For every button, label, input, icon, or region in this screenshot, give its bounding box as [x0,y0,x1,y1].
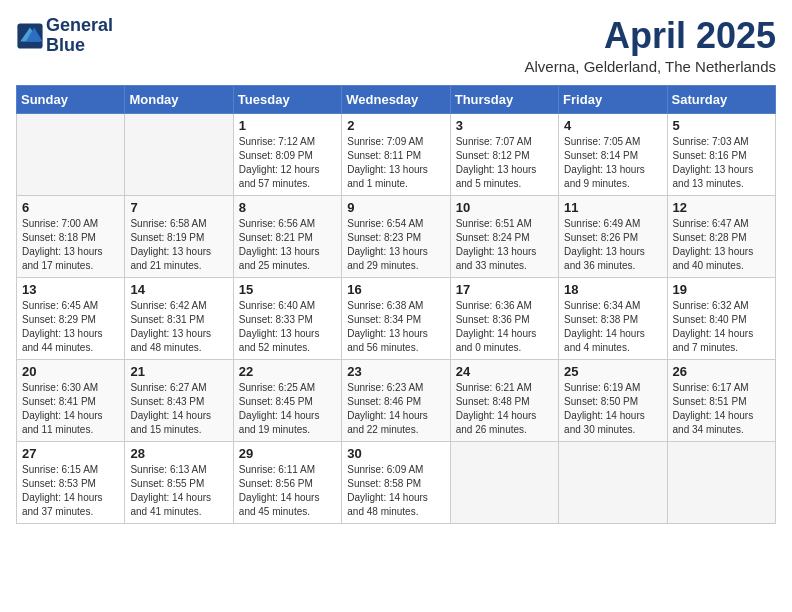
day-number: 20 [22,364,119,379]
day-number: 7 [130,200,227,215]
calendar-table: Sunday Monday Tuesday Wednesday Thursday… [16,85,776,524]
calendar-cell: 29Sunrise: 6:11 AMSunset: 8:56 PMDayligh… [233,441,341,523]
calendar-cell: 7Sunrise: 6:58 AMSunset: 8:19 PMDaylight… [125,195,233,277]
day-number: 28 [130,446,227,461]
day-info: Sunrise: 6:54 AMSunset: 8:23 PMDaylight:… [347,217,444,273]
calendar-cell: 30Sunrise: 6:09 AMSunset: 8:58 PMDayligh… [342,441,450,523]
day-number: 9 [347,200,444,215]
day-info: Sunrise: 6:21 AMSunset: 8:48 PMDaylight:… [456,381,553,437]
calendar-cell: 19Sunrise: 6:32 AMSunset: 8:40 PMDayligh… [667,277,775,359]
calendar-cell: 11Sunrise: 6:49 AMSunset: 8:26 PMDayligh… [559,195,667,277]
location-title: Alverna, Gelderland, The Netherlands [524,58,776,75]
logo-line1: General [46,16,113,36]
day-number: 26 [673,364,770,379]
calendar-cell: 8Sunrise: 6:56 AMSunset: 8:21 PMDaylight… [233,195,341,277]
day-info: Sunrise: 6:42 AMSunset: 8:31 PMDaylight:… [130,299,227,355]
day-number: 16 [347,282,444,297]
day-number: 14 [130,282,227,297]
calendar-cell: 25Sunrise: 6:19 AMSunset: 8:50 PMDayligh… [559,359,667,441]
day-number: 6 [22,200,119,215]
calendar-cell: 12Sunrise: 6:47 AMSunset: 8:28 PMDayligh… [667,195,775,277]
calendar-cell: 13Sunrise: 6:45 AMSunset: 8:29 PMDayligh… [17,277,125,359]
day-info: Sunrise: 6:13 AMSunset: 8:55 PMDaylight:… [130,463,227,519]
day-info: Sunrise: 6:40 AMSunset: 8:33 PMDaylight:… [239,299,336,355]
calendar-cell: 28Sunrise: 6:13 AMSunset: 8:55 PMDayligh… [125,441,233,523]
day-number: 18 [564,282,661,297]
calendar-week-2: 13Sunrise: 6:45 AMSunset: 8:29 PMDayligh… [17,277,776,359]
day-info: Sunrise: 6:36 AMSunset: 8:36 PMDaylight:… [456,299,553,355]
day-info: Sunrise: 7:03 AMSunset: 8:16 PMDaylight:… [673,135,770,191]
day-number: 3 [456,118,553,133]
day-info: Sunrise: 7:12 AMSunset: 8:09 PMDaylight:… [239,135,336,191]
logo: General Blue [16,16,113,56]
day-number: 2 [347,118,444,133]
day-info: Sunrise: 7:00 AMSunset: 8:18 PMDaylight:… [22,217,119,273]
calendar-cell: 26Sunrise: 6:17 AMSunset: 8:51 PMDayligh… [667,359,775,441]
day-number: 10 [456,200,553,215]
calendar-cell: 2Sunrise: 7:09 AMSunset: 8:11 PMDaylight… [342,113,450,195]
logo-icon [16,22,44,50]
calendar-cell: 20Sunrise: 6:30 AMSunset: 8:41 PMDayligh… [17,359,125,441]
calendar-cell: 22Sunrise: 6:25 AMSunset: 8:45 PMDayligh… [233,359,341,441]
day-info: Sunrise: 6:49 AMSunset: 8:26 PMDaylight:… [564,217,661,273]
day-info: Sunrise: 6:47 AMSunset: 8:28 PMDaylight:… [673,217,770,273]
calendar-cell [125,113,233,195]
day-info: Sunrise: 6:51 AMSunset: 8:24 PMDaylight:… [456,217,553,273]
calendar-cell: 5Sunrise: 7:03 AMSunset: 8:16 PMDaylight… [667,113,775,195]
calendar-cell: 16Sunrise: 6:38 AMSunset: 8:34 PMDayligh… [342,277,450,359]
calendar-cell: 4Sunrise: 7:05 AMSunset: 8:14 PMDaylight… [559,113,667,195]
day-info: Sunrise: 6:15 AMSunset: 8:53 PMDaylight:… [22,463,119,519]
day-number: 22 [239,364,336,379]
day-info: Sunrise: 7:07 AMSunset: 8:12 PMDaylight:… [456,135,553,191]
calendar-cell: 23Sunrise: 6:23 AMSunset: 8:46 PMDayligh… [342,359,450,441]
header-monday: Monday [125,85,233,113]
day-info: Sunrise: 6:32 AMSunset: 8:40 PMDaylight:… [673,299,770,355]
calendar-cell: 18Sunrise: 6:34 AMSunset: 8:38 PMDayligh… [559,277,667,359]
day-info: Sunrise: 7:09 AMSunset: 8:11 PMDaylight:… [347,135,444,191]
day-number: 1 [239,118,336,133]
calendar-week-3: 20Sunrise: 6:30 AMSunset: 8:41 PMDayligh… [17,359,776,441]
day-number: 19 [673,282,770,297]
logo-text: General Blue [46,16,113,56]
day-number: 30 [347,446,444,461]
day-number: 17 [456,282,553,297]
day-number: 27 [22,446,119,461]
header-saturday: Saturday [667,85,775,113]
day-number: 15 [239,282,336,297]
calendar-cell [667,441,775,523]
day-info: Sunrise: 6:56 AMSunset: 8:21 PMDaylight:… [239,217,336,273]
header-tuesday: Tuesday [233,85,341,113]
day-number: 13 [22,282,119,297]
calendar-week-0: 1Sunrise: 7:12 AMSunset: 8:09 PMDaylight… [17,113,776,195]
day-number: 12 [673,200,770,215]
calendar-week-1: 6Sunrise: 7:00 AMSunset: 8:18 PMDaylight… [17,195,776,277]
title-area: April 2025 Alverna, Gelderland, The Neth… [524,16,776,75]
calendar-cell: 9Sunrise: 6:54 AMSunset: 8:23 PMDaylight… [342,195,450,277]
day-number: 11 [564,200,661,215]
calendar-cell [559,441,667,523]
header-sunday: Sunday [17,85,125,113]
calendar-cell: 6Sunrise: 7:00 AMSunset: 8:18 PMDaylight… [17,195,125,277]
day-number: 29 [239,446,336,461]
logo-line2: Blue [46,36,113,56]
day-number: 24 [456,364,553,379]
day-number: 4 [564,118,661,133]
day-number: 8 [239,200,336,215]
calendar-cell: 1Sunrise: 7:12 AMSunset: 8:09 PMDaylight… [233,113,341,195]
calendar-header-row: Sunday Monday Tuesday Wednesday Thursday… [17,85,776,113]
day-info: Sunrise: 6:58 AMSunset: 8:19 PMDaylight:… [130,217,227,273]
calendar-cell [17,113,125,195]
day-info: Sunrise: 6:23 AMSunset: 8:46 PMDaylight:… [347,381,444,437]
calendar-cell: 14Sunrise: 6:42 AMSunset: 8:31 PMDayligh… [125,277,233,359]
day-info: Sunrise: 6:38 AMSunset: 8:34 PMDaylight:… [347,299,444,355]
day-number: 5 [673,118,770,133]
calendar-cell: 10Sunrise: 6:51 AMSunset: 8:24 PMDayligh… [450,195,558,277]
day-info: Sunrise: 6:25 AMSunset: 8:45 PMDaylight:… [239,381,336,437]
day-info: Sunrise: 6:11 AMSunset: 8:56 PMDaylight:… [239,463,336,519]
day-info: Sunrise: 6:17 AMSunset: 8:51 PMDaylight:… [673,381,770,437]
day-info: Sunrise: 7:05 AMSunset: 8:14 PMDaylight:… [564,135,661,191]
day-info: Sunrise: 6:19 AMSunset: 8:50 PMDaylight:… [564,381,661,437]
day-info: Sunrise: 6:30 AMSunset: 8:41 PMDaylight:… [22,381,119,437]
calendar-cell: 21Sunrise: 6:27 AMSunset: 8:43 PMDayligh… [125,359,233,441]
header-thursday: Thursday [450,85,558,113]
